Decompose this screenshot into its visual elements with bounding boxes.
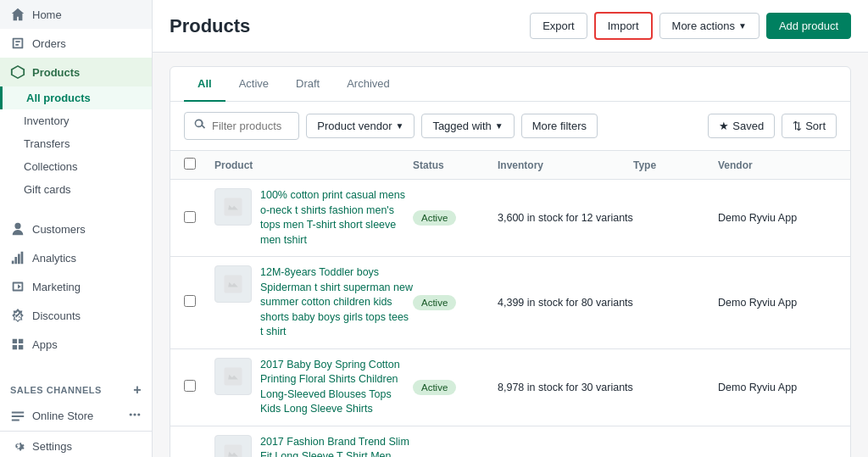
- sidebar-item-online-store[interactable]: Online Store: [0, 401, 152, 431]
- select-all-checkbox[interactable]: [184, 158, 196, 170]
- products-card: All Active Draft Archived Product vendor…: [170, 66, 851, 457]
- sidebar-item-analytics[interactable]: Analytics: [0, 243, 152, 272]
- status-badge: Active: [413, 380, 456, 395]
- sidebar-sub-collections[interactable]: Collections: [0, 155, 152, 178]
- more-filters-button[interactable]: More filters: [521, 114, 598, 138]
- import-button[interactable]: Import: [594, 12, 653, 40]
- product-cell: 2017 Baby Boy Spring Cotton Printing Flo…: [214, 358, 413, 417]
- inventory-cell: 3,600 in stock for 12 variants: [498, 212, 633, 224]
- status-cell: Active: [413, 210, 498, 226]
- home-icon: [10, 7, 25, 22]
- product-name: 100% cotton print casual mens o-neck t s…: [260, 188, 413, 248]
- table-header: Product Status Inventory Type Vendor: [170, 151, 850, 180]
- discounts-icon: [10, 308, 25, 323]
- sort-icon: ⇅: [793, 120, 802, 132]
- col-status: Status: [413, 159, 498, 171]
- search-input[interactable]: [212, 120, 290, 132]
- row-checkbox[interactable]: [184, 295, 196, 307]
- col-product: Product: [214, 159, 413, 171]
- row-checkbox-cell[interactable]: [184, 380, 214, 394]
- status-cell: Active: [413, 380, 498, 395]
- row-checkbox[interactable]: [184, 380, 196, 392]
- col-type: Type: [633, 159, 718, 171]
- topbar-actions: Export Import More actions ▼ Add product: [530, 12, 851, 40]
- sort-button[interactable]: ⇅ Sort: [782, 114, 837, 138]
- product-cell: 2017 Fashion Brand Trend Slim Fit Long S…: [214, 435, 413, 458]
- row-checkbox-cell[interactable]: [184, 295, 214, 309]
- tab-archived[interactable]: Archived: [333, 67, 403, 102]
- sidebar-item-discounts[interactable]: Discounts: [0, 301, 152, 330]
- product-name: 2017 Fashion Brand Trend Slim Fit Long S…: [260, 435, 413, 458]
- main-content: Products Export Import More actions ▼ Ad…: [153, 0, 868, 457]
- filter-bar: Product vendor ▼ Tagged with ▼ More filt…: [170, 102, 850, 151]
- topbar: Products Export Import More actions ▼ Ad…: [153, 0, 868, 53]
- sidebar-item-products[interactable]: Products: [0, 58, 152, 86]
- svg-point-0: [133, 413, 136, 415]
- table-row[interactable]: 2017 Fashion Brand Trend Slim Fit Long S…: [170, 426, 850, 458]
- marketing-icon: [10, 279, 25, 294]
- sidebar-sub-transfers[interactable]: Transfers: [0, 132, 152, 155]
- tagged-with-filter[interactable]: Tagged with ▼: [421, 114, 514, 138]
- products-icon: [10, 64, 25, 80]
- sales-channels-label: SALES CHANNELS +: [0, 372, 152, 401]
- sidebar-item-orders[interactable]: Orders: [0, 29, 152, 58]
- product-thumbnail: [214, 435, 252, 458]
- tab-draft[interactable]: Draft: [282, 67, 333, 102]
- star-icon: ★: [719, 120, 729, 132]
- search-icon: [193, 118, 207, 134]
- table-row[interactable]: 12M-8years Toddler boys Spiderman t shir…: [170, 257, 850, 349]
- select-all-cell[interactable]: [184, 158, 214, 172]
- vendor-cell: Demo Ryviu App: [718, 297, 837, 309]
- table-row[interactable]: 2017 Baby Boy Spring Cotton Printing Flo…: [170, 349, 850, 426]
- status-badge: Active: [413, 295, 456, 310]
- row-checkbox-cell[interactable]: [184, 211, 214, 226]
- svg-point-2: [137, 413, 140, 415]
- sidebar-settings: Settings: [0, 431, 152, 457]
- online-store-settings-icon[interactable]: [128, 408, 142, 424]
- inventory-cell: 4,399 in stock for 80 variants: [498, 297, 633, 309]
- more-actions-chevron-icon: ▼: [738, 21, 747, 31]
- row-checkbox[interactable]: [184, 211, 196, 223]
- page-title: Products: [170, 15, 250, 37]
- sidebar-item-customers[interactable]: Customers: [0, 215, 152, 243]
- table-body: 100% cotton print casual mens o-neck t s…: [170, 180, 850, 457]
- tab-active[interactable]: Active: [225, 67, 282, 102]
- col-vendor: Vendor: [718, 159, 837, 171]
- sidebar-sub-gift-cards[interactable]: Gift cards: [0, 178, 152, 201]
- export-button[interactable]: Export: [530, 13, 587, 39]
- tab-all[interactable]: All: [184, 67, 225, 102]
- sidebar-item-apps[interactable]: Apps: [0, 330, 152, 359]
- sidebar-item-settings[interactable]: Settings: [0, 432, 152, 457]
- customers-icon: [10, 221, 25, 237]
- analytics-icon: [10, 250, 25, 265]
- add-product-button[interactable]: Add product: [766, 13, 851, 39]
- tabs: All Active Draft Archived: [170, 67, 850, 102]
- table-row[interactable]: 100% cotton print casual mens o-neck t s…: [170, 180, 850, 257]
- vendor-cell: Demo Ryviu App: [718, 382, 837, 393]
- product-cell: 100% cotton print casual mens o-neck t s…: [214, 188, 413, 248]
- add-channel-icon[interactable]: +: [133, 382, 142, 398]
- status-cell: Active: [413, 295, 498, 310]
- product-cell: 12M-8years Toddler boys Spiderman t shir…: [214, 265, 413, 340]
- col-inventory: Inventory: [498, 159, 633, 171]
- sidebar: Home Orders Products All products Invent…: [0, 0, 153, 457]
- orders-icon: [10, 36, 25, 51]
- product-vendor-filter[interactable]: Product vendor ▼: [306, 114, 415, 138]
- vendor-cell: Demo Ryviu App: [718, 212, 837, 224]
- content-area: All Active Draft Archived Product vendor…: [153, 53, 868, 457]
- tagged-filter-chevron-icon: ▼: [495, 121, 504, 131]
- status-badge: Active: [413, 210, 456, 226]
- product-thumbnail: [214, 188, 252, 226]
- saved-button[interactable]: ★ Saved: [708, 114, 775, 138]
- product-name: 2017 Baby Boy Spring Cotton Printing Flo…: [260, 358, 413, 417]
- product-thumbnail: [214, 358, 252, 395]
- sidebar-sub-all-products[interactable]: All products: [0, 86, 152, 109]
- online-store-icon: [10, 409, 25, 424]
- search-wrap[interactable]: [184, 112, 299, 140]
- apps-icon: [10, 337, 25, 352]
- sidebar-item-home[interactable]: Home: [0, 0, 152, 29]
- sidebar-sub-inventory[interactable]: Inventory: [0, 109, 152, 132]
- product-thumbnail: [214, 265, 252, 303]
- more-actions-button[interactable]: More actions ▼: [659, 13, 760, 39]
- sidebar-item-marketing[interactable]: Marketing: [0, 272, 152, 301]
